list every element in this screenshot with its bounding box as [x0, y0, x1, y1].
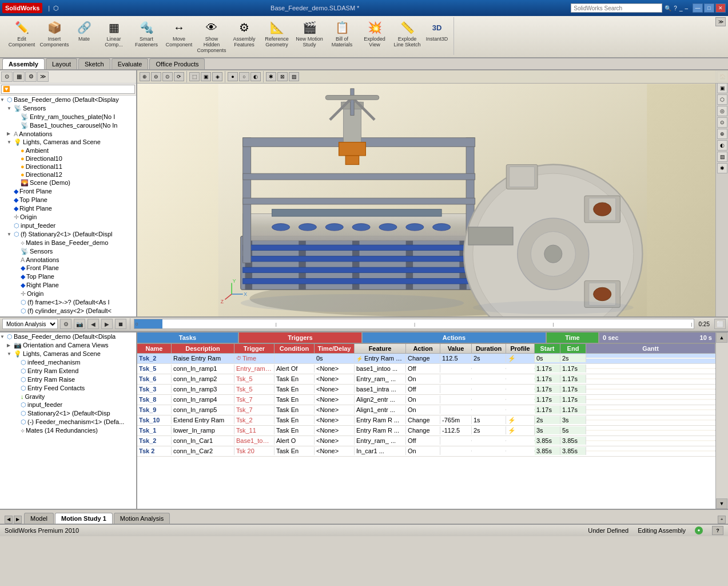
tree-item-sensors2[interactable]: 📡 Sensors [0, 247, 136, 256]
vp-shading2[interactable]: ○ [239, 72, 249, 81]
tree-item-annotations[interactable]: ▶ A Annotations [0, 130, 136, 138]
bottom-tree-feeder-mech[interactable]: ⬡ (-) Feeder_mechanism<1> (Defa... [0, 418, 136, 426]
window-controls[interactable]: — □ ✕ [693, 3, 726, 13]
tree-item-mates-base[interactable]: ⟡ Mates in Base_Feeder_demo [0, 239, 136, 247]
instant3d-button[interactable]: 3D Instant3D [424, 17, 450, 55]
tree-item-stationary2[interactable]: ▼ ⬡ (f) Stationary2<1> (Default<Displ [0, 230, 136, 239]
motion-btn1[interactable]: 📷 [74, 319, 85, 329]
vp-extra2[interactable]: ⊠ [277, 72, 288, 81]
rs-view5[interactable]: ⊕ [717, 129, 727, 139]
rs-view6[interactable]: ◐ [717, 140, 727, 151]
tab-evaluate[interactable]: Evaluate [112, 58, 149, 69]
tree-item-origin2[interactable]: ✛ Origin [0, 290, 136, 298]
tree-item-sensors[interactable]: ▼ 📡 Sensors [0, 104, 136, 113]
tree-item-base1-touches[interactable]: 📡 Base1_touches_carousel(No In [0, 121, 136, 130]
rs-view3[interactable]: ◎ [717, 106, 727, 116]
tree-item-input-feeder[interactable]: ⬡ input_feeder [0, 221, 136, 230]
bottom-tree-mates[interactable]: ⟡ Mates (14 Redundancies) [0, 426, 136, 435]
new-motion-study-button[interactable]: 🎬 New Motion Study [293, 17, 325, 55]
vp-view3[interactable]: ◈ [212, 72, 222, 81]
vp-extra3[interactable]: ▨ [289, 72, 299, 81]
motion-timeline[interactable]: 0 | | | | [134, 319, 694, 329]
scroll-up-btn[interactable]: ▲ [716, 332, 727, 343]
motion-row-2[interactable]: Tsk_6 conn_In_ramp2 Tsk_5 Task En <None>… [137, 374, 715, 385]
tree-item-module-ligal[interactable]: ⬡ (f) module_ligal_115_1000_128 [0, 315, 136, 316]
tab-layout[interactable]: Layout [46, 58, 77, 69]
tab-office-products[interactable]: Office Products [149, 58, 205, 69]
viewport[interactable]: ⊕ ⊖ ⊙ ⟳ ⬚ ▣ ◈ ● ○ ◐ ✱ ⊠ ▨ [137, 70, 728, 316]
motion-row-4[interactable]: Tsk_8 conn_In_ramp4 Tsk_7 Task En <None>… [137, 395, 715, 405]
tree-root[interactable]: ▼ ⬡ Base_Feeder_demo (Default<Display [0, 96, 136, 104]
tree-item-entry-ram-touches[interactable]: 📡 Entry_ram_touches_plate(No I [0, 113, 136, 121]
mate-button[interactable]: 🔗 Mate [71, 17, 97, 55]
vp-zoom-in[interactable]: ⊕ [140, 72, 150, 81]
rs-view1[interactable]: ▣ [717, 83, 727, 93]
smart-fasteners-button[interactable]: 🔩 Smart Fasteners [130, 17, 162, 55]
tree-item-right-plane2[interactable]: ◆ Right Plane [0, 281, 136, 290]
exploded-view-button[interactable]: 💥 Exploded View [359, 17, 391, 55]
scroll-down-btn[interactable]: ▼ [716, 498, 727, 509]
tree-item-directional10[interactable]: ● Directional10 [0, 155, 136, 163]
rs-view8[interactable]: ✱ [717, 163, 727, 173]
assembly-features-button[interactable]: ⚙ Assembly Features [228, 17, 260, 55]
tree-btn-2[interactable]: ▦ [13, 72, 25, 82]
motion-btn2[interactable]: ◀ [87, 319, 99, 329]
vp-extra1[interactable]: ✱ [266, 72, 276, 81]
tree-item-lights[interactable]: ▼ 💡 Lights, Cameras and Scene [0, 138, 136, 146]
time-scrollbar[interactable]: ▲ ▼ [715, 332, 728, 509]
bottom-tree-stationary[interactable]: ⬡ Stationary2<1> (Default<Disp [0, 409, 136, 418]
vp-shading3[interactable]: ◐ [250, 72, 261, 81]
motion-expand-btn[interactable]: ⬜ [714, 319, 726, 329]
vp-view2[interactable]: ▣ [201, 72, 211, 81]
tree-item-right-plane[interactable]: ◆ Right Plane [0, 204, 136, 213]
bottom-tree-lights[interactable]: ▼ 💡 Lights, Cameras and Scene [0, 350, 136, 358]
help-button[interactable]: ? [712, 526, 723, 535]
motion-row-7[interactable]: Tsk_1 lower_In_ramp Tsk_11 Task En <None… [137, 426, 715, 436]
reference-geometry-button[interactable]: 📐 Reference Geometry [261, 17, 293, 55]
vp-zoom-out[interactable]: ⊖ [151, 72, 161, 81]
motion-properties-btn[interactable]: ⚙ [60, 319, 71, 329]
tree-btn-1[interactable]: ⊙ [1, 72, 13, 82]
linear-comp-button[interactable]: ▦ Linear Comp... [98, 17, 130, 55]
motion-row-5[interactable]: Tsk_9 conn_In_ramp5 Tsk_7 Task En <None>… [137, 405, 715, 415]
tree-item-front-plane2[interactable]: ◆ Front Plane [0, 264, 136, 272]
motion-btn3[interactable]: ▶ [101, 319, 113, 329]
toolbar-extra-icon[interactable]: ≫ [715, 17, 726, 26]
vp-rotate[interactable]: ⟳ [174, 72, 184, 81]
tree-btn-3[interactable]: ⚙ [25, 72, 37, 82]
rs-view2[interactable]: ⬡ [717, 94, 727, 105]
tree-item-scene[interactable]: 🌄 Scene (Demo) [0, 179, 136, 187]
tree-item-directional11[interactable]: ● Directional11 [0, 163, 136, 171]
tree-item-origin[interactable]: ✛ Origin [0, 213, 136, 221]
bottom-tree-gravity[interactable]: ↓ Gravity [0, 393, 136, 401]
close-button[interactable]: ✕ [715, 3, 726, 13]
motion-row-9[interactable]: Tsk 2 conn_In_Car2 Tsk 20 Task En <None>… [137, 446, 715, 457]
tree-item-annotations2[interactable]: A Annotations [0, 256, 136, 264]
tree-item-top-plane[interactable]: ◆ Top Plane [0, 196, 136, 204]
insert-components-button[interactable]: 📦 Insert Components [38, 17, 70, 55]
tab-prev-btn[interactable]: ◀ [5, 516, 13, 524]
bottom-tree-entry-extend[interactable]: ⬡ Entry Ram Extend [0, 367, 136, 375]
tree-btn-4[interactable]: ≫ [37, 72, 49, 82]
bottom-tree-infeed[interactable]: ⬡ infeed_mechanism [0, 358, 136, 367]
vp-view1[interactable]: ⬚ [189, 72, 200, 81]
tab-add-btn[interactable]: + [718, 516, 726, 524]
rs-view4[interactable]: ⊙ [717, 117, 727, 128]
tree-item-ambient[interactable]: ● Ambient [0, 146, 136, 155]
tab-motion-analysis[interactable]: Motion Analysis [114, 513, 170, 524]
tree-item-front-plane[interactable]: ◆ Front Plane [0, 187, 136, 196]
show-hidden-button[interactable]: 👁 Show Hidden Components [196, 17, 228, 55]
motion-row-8[interactable]: Tsk_2 conn_In_Car1 Base1_touc ... Alert … [137, 436, 715, 446]
motion-row-1[interactable]: Tsk_5 conn_In_ramp1 Entry_ram_t ... Aler… [137, 364, 715, 374]
bill-of-materials-button[interactable]: 📋 Bill of Materials [326, 17, 358, 55]
tab-next-btn[interactable]: ▶ [14, 516, 22, 524]
edit-component-button[interactable]: ✏️ Edit Component [6, 17, 38, 55]
vp-shading1[interactable]: ● [228, 72, 238, 81]
motion-row-6[interactable]: Tsk_10 Extend Entry Ram Tsk_2 Task En <N… [137, 415, 715, 426]
tree-item-directional12[interactable]: ● Directional12 [0, 171, 136, 179]
motion-stop-btn[interactable]: ⏹ [115, 319, 126, 329]
vp-zoom-fit[interactable]: ⊙ [162, 72, 173, 81]
motion-type-select[interactable]: Motion Analysis [2, 319, 58, 329]
tree-item-frame[interactable]: ⬡ (f) frame<1>->? (Default<As I [0, 298, 136, 307]
bottom-tree-orientation[interactable]: ▶ 📷 Orientation and Camera Views [0, 341, 136, 350]
